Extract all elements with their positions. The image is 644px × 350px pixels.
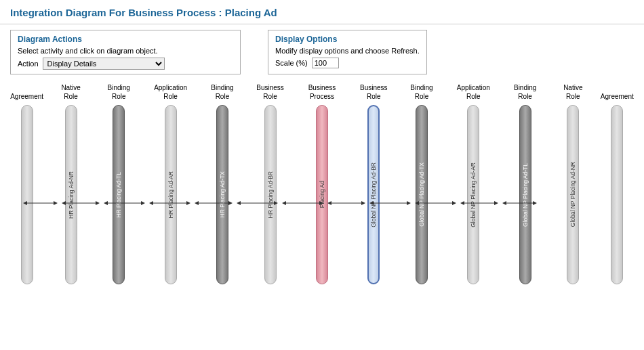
bar-label-biz-process: Placing Ad xyxy=(319,178,325,211)
cell-binding2: HR Placing Ad-TX xyxy=(199,105,247,284)
headers-row: Agreement NativeRole BindingRole Applica… xyxy=(7,83,637,105)
page-title: Integration Diagram For Business Process… xyxy=(0,0,644,24)
col-header-app-right: ApplicationRole xyxy=(445,83,501,105)
bar-agreement-right xyxy=(611,105,623,284)
col-header-binding2: BindingRole xyxy=(199,83,247,105)
cell-binding3: Global NP Placing Ad-TX xyxy=(398,105,446,284)
col-header-binding3: BindingRole xyxy=(398,83,446,105)
cell-native-left: HR Placing Ad-NR xyxy=(47,105,95,284)
action-select[interactable]: Display Details Navigate to Activity Sho… xyxy=(43,58,165,70)
top-section: Diagram Actions Select activity and clic… xyxy=(0,24,644,80)
bar-label-binding2: HR Placing Ad-TX xyxy=(219,169,226,221)
bar-label-binding-left: HR Placing Ad-TL xyxy=(115,169,122,221)
bar-label-app-left: HR Placing Ad-AR xyxy=(167,169,174,221)
bars-row: HR Placing Ad-NR HR Placing Ad-TL HR Pla… xyxy=(7,105,637,284)
col-header-binding-left: BindingRole xyxy=(95,83,143,105)
page-container: Integration Diagram For Business Process… xyxy=(0,0,644,298)
scale-row: Scale (%) xyxy=(275,58,420,68)
bar-biz-role: HR Placing Ad-BR xyxy=(264,105,277,284)
scale-label: Scale (%) xyxy=(275,59,308,67)
bar-binding3: Global NP Placing Ad-TX xyxy=(416,105,428,284)
cell-agreement-right xyxy=(597,105,637,284)
col-header-biz-role-right: BusinessRole xyxy=(350,83,398,105)
col-header-biz-process: BusinessProcess xyxy=(294,83,350,105)
bar-binding2: HR Placing Ad-TX xyxy=(216,105,228,284)
bar-label-native-left: HR Placing Ad-NR xyxy=(68,169,75,221)
col-header-biz-role: BusinessRole xyxy=(246,83,294,105)
bar-app-left: HR Placing Ad-AR xyxy=(165,105,177,284)
bar-binding4: Global NP Placing Ad-TL xyxy=(519,105,531,284)
cell-agreement-left xyxy=(7,105,47,284)
col-header-binding4: BindingRole xyxy=(501,83,549,105)
arrows-cell xyxy=(7,284,637,298)
cell-app-right: Global NP Placing Ad-AR xyxy=(445,105,501,284)
bar-label-native-right: Global NP Placing Ad-NR xyxy=(569,159,576,229)
diagram-area: Agreement NativeRole BindingRole Applica… xyxy=(0,80,644,298)
cell-app-left: HR Placing Ad-AR xyxy=(143,105,199,284)
diagram-actions-panel: Diagram Actions Select activity and clic… xyxy=(10,30,241,74)
action-label: Action xyxy=(18,60,39,68)
bar-biz-role-right: Global NP Placing Ad-BR xyxy=(367,105,380,284)
bar-binding-left: HR Placing Ad-TL xyxy=(113,105,125,284)
bar-biz-process: Placing Ad xyxy=(316,105,328,284)
display-options-panel: Display Options Modify display options a… xyxy=(268,30,427,74)
display-options-title: Display Options xyxy=(275,35,420,44)
diagram-table: Agreement NativeRole BindingRole Applica… xyxy=(7,83,637,298)
cell-binding-left: HR Placing Ad-TL xyxy=(95,105,143,284)
col-header-app-left: ApplicationRole xyxy=(143,83,199,105)
col-header-native-left: NativeRole xyxy=(47,83,95,105)
col-header-agreement-right: Agreement xyxy=(597,83,637,105)
bar-agreement-left xyxy=(21,105,33,284)
bar-native-right: Global NP Placing Ad-NR xyxy=(567,105,579,284)
arrows-row-tr xyxy=(7,284,637,298)
bar-native-left: HR Placing Ad-NR xyxy=(65,105,77,284)
cell-biz-role-right: Global NP Placing Ad-BR xyxy=(350,105,398,284)
bar-label-app-right: Global NP Placing Ad-AR xyxy=(470,160,477,230)
bar-label-biz-role: HR Placing Ad-BR xyxy=(267,169,274,221)
cell-binding4: Global NP Placing Ad-TL xyxy=(501,105,549,284)
diagram-actions-instruction: Select activity and click on diagram obj… xyxy=(18,47,233,55)
cell-native-right: Global NP Placing Ad-NR xyxy=(549,105,597,284)
cell-biz-process: Placing Ad xyxy=(294,105,350,284)
bar-label-binding3: Global NP Placing Ad-TX xyxy=(418,160,425,229)
bar-label-biz-role-right: Global NP Placing Ad-BR xyxy=(370,160,377,230)
bar-label-binding4: Global NP Placing Ad-TL xyxy=(522,160,529,229)
cell-biz-role: HR Placing Ad-BR xyxy=(246,105,294,284)
scale-input[interactable] xyxy=(312,58,339,68)
col-header-agreement-left: Agreement xyxy=(7,83,47,105)
bar-app-right: Global NP Placing Ad-AR xyxy=(467,105,479,284)
action-row: Action Display Details Navigate to Activ… xyxy=(18,58,233,70)
display-options-description: Modify display options and choose Refres… xyxy=(275,47,420,55)
col-header-native-right: NativeRole xyxy=(549,83,597,105)
diagram-actions-title: Diagram Actions xyxy=(18,35,233,44)
